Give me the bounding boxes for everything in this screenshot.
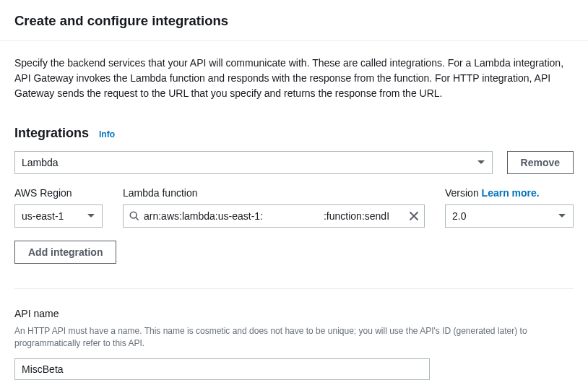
add-integration-button[interactable]: Add integration xyxy=(14,241,116,264)
integration-type-select-wrap: Lambda xyxy=(14,151,493,174)
version-column: Version Learn more. 2.0 xyxy=(445,187,574,228)
info-link[interactable]: Info xyxy=(99,129,115,139)
integrations-heading: Integrations xyxy=(14,126,89,141)
api-name-value: MiscBeta xyxy=(22,363,64,375)
remove-button[interactable]: Remove xyxy=(507,151,574,174)
lambda-column: Lambda function arn:aws:lambda:us-east-1… xyxy=(123,187,425,228)
search-icon xyxy=(129,211,139,221)
integrations-heading-row: Integrations Info xyxy=(14,126,574,141)
version-label-text: Version xyxy=(445,187,479,199)
api-name-help: An HTTP API must have a name. This name … xyxy=(14,325,563,350)
svg-line-1 xyxy=(136,217,138,220)
lambda-arn-value: arn:aws:lambda:us-east-1::function:sendI xyxy=(144,210,405,222)
region-select[interactable]: us-east-1 xyxy=(14,204,103,228)
content: Specify the backend services that your A… xyxy=(0,41,588,388)
lambda-arn-prefix: arn:aws:lambda:us-east-1: xyxy=(144,210,263,222)
chevron-down-icon xyxy=(558,214,566,218)
lambda-arn-suffix: :function:sendI xyxy=(324,210,389,222)
intro-text: Specify the backend services that your A… xyxy=(14,56,574,101)
lambda-function-input[interactable]: arn:aws:lambda:us-east-1::function:sendI xyxy=(123,204,425,228)
integration-type-select[interactable]: Lambda xyxy=(14,151,493,174)
divider xyxy=(14,288,574,289)
integration-type-row: Lambda Remove xyxy=(14,151,574,174)
chevron-down-icon xyxy=(477,160,485,165)
clear-icon[interactable] xyxy=(410,212,418,220)
version-value: 2.0 xyxy=(452,210,466,222)
integration-details-row: AWS Region us-east-1 Lambda function arn… xyxy=(14,187,574,228)
api-name-input[interactable]: MiscBeta xyxy=(14,358,430,380)
remove-button-label: Remove xyxy=(521,157,560,168)
add-integration-label: Add integration xyxy=(28,246,103,258)
lambda-label: Lambda function xyxy=(123,187,425,199)
page-title: Create and configure integrations xyxy=(14,13,574,29)
learn-more-link[interactable]: Learn more. xyxy=(482,187,540,199)
region-label: AWS Region xyxy=(14,187,103,199)
page-header: Create and configure integrations xyxy=(0,0,588,41)
api-name-label: API name xyxy=(14,308,574,319)
region-value: us-east-1 xyxy=(22,210,64,222)
region-column: AWS Region us-east-1 xyxy=(14,187,103,228)
version-select[interactable]: 2.0 xyxy=(445,204,574,228)
version-label: Version Learn more. xyxy=(445,187,574,199)
chevron-down-icon xyxy=(87,214,95,218)
integration-type-value: Lambda xyxy=(22,157,59,168)
